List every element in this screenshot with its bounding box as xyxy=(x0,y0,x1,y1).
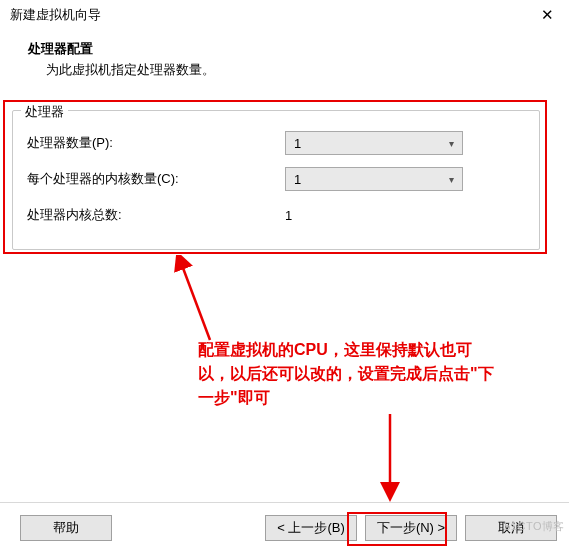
titlebar: 新建虚拟机向导 ✕ xyxy=(0,0,569,30)
chevron-down-icon: ▾ xyxy=(449,138,454,149)
row-total-cores: 处理器内核总数: 1 xyxy=(13,197,539,233)
close-icon[interactable]: ✕ xyxy=(537,6,557,24)
wizard-header: 处理器配置 为此虚拟机指定处理器数量。 xyxy=(0,30,569,97)
select-processor-value: 1 xyxy=(294,136,301,151)
chevron-down-icon: ▾ xyxy=(449,174,454,185)
window-title: 新建虚拟机向导 xyxy=(10,6,101,24)
groupbox-title: 处理器 xyxy=(21,103,68,121)
arrow-to-group xyxy=(170,255,220,345)
processor-groupbox: 处理器 处理器数量(P): 1 ▾ 每个处理器的内核数量(C): 1 ▾ 处理器… xyxy=(12,110,540,250)
page-subheading: 为此虚拟机指定处理器数量。 xyxy=(28,61,569,79)
label-cores-per-processor: 每个处理器的内核数量(C): xyxy=(27,170,285,188)
select-cores-per-processor[interactable]: 1 ▾ xyxy=(285,167,463,191)
page-heading: 处理器配置 xyxy=(28,40,569,58)
row-processor-count: 处理器数量(P): 1 ▾ xyxy=(13,125,539,161)
value-total-cores: 1 xyxy=(285,208,292,223)
select-processor-count[interactable]: 1 ▾ xyxy=(285,131,463,155)
next-button[interactable]: 下一步(N) > xyxy=(365,515,457,541)
label-processor-count: 处理器数量(P): xyxy=(27,134,285,152)
help-button[interactable]: 帮助 xyxy=(20,515,112,541)
button-bar: 帮助 < 上一步(B) 下一步(N) > 取消 xyxy=(0,502,569,552)
svg-line-0 xyxy=(180,260,210,340)
back-button[interactable]: < 上一步(B) xyxy=(265,515,357,541)
row-cores-per-processor: 每个处理器的内核数量(C): 1 ▾ xyxy=(13,161,539,197)
label-total-cores: 处理器内核总数: xyxy=(27,206,285,224)
cancel-button[interactable]: 取消 xyxy=(465,515,557,541)
arrow-to-next xyxy=(375,412,405,502)
annotation-text: 配置虚拟机的CPU，这里保持默认也可以，以后还可以改的，设置完成后点击"下一步"… xyxy=(198,338,498,410)
select-cores-value: 1 xyxy=(294,172,301,187)
